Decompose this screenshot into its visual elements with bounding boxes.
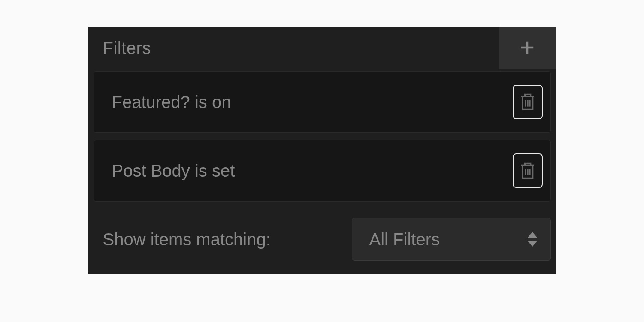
filters-panel: Filters Featured? is on: [88, 27, 556, 274]
filters-title: Filters: [103, 39, 151, 58]
plus-icon: [520, 40, 535, 57]
delete-filter-button[interactable]: [513, 153, 543, 188]
delete-filter-button[interactable]: [513, 85, 543, 119]
filter-item[interactable]: Featured? is on: [94, 71, 551, 133]
chevron-updown-icon: [527, 232, 538, 247]
filter-item[interactable]: Post Body is set: [94, 140, 551, 202]
matching-select[interactable]: All Filters: [352, 218, 551, 261]
matching-label: Show items matching:: [103, 230, 271, 249]
filter-label: Featured? is on: [112, 93, 231, 112]
filters-header: Filters: [88, 27, 556, 69]
matching-select-value: All Filters: [369, 230, 440, 249]
filter-list: Featured? is on Post Body is set: [88, 69, 556, 202]
trash-icon: [519, 91, 536, 113]
filters-footer: Show items matching: All Filters: [88, 208, 556, 274]
add-filter-button[interactable]: [499, 27, 556, 69]
trash-icon: [519, 160, 536, 182]
filter-label: Post Body is set: [112, 161, 235, 181]
